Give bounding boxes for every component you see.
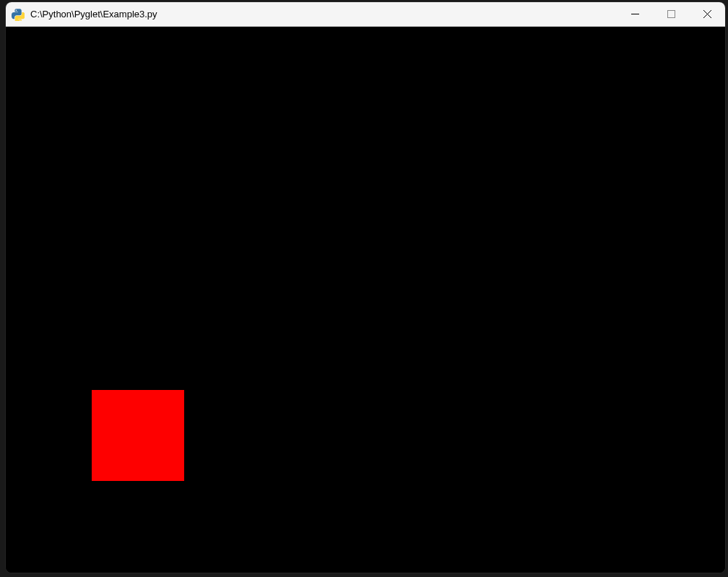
close-button[interactable] xyxy=(689,2,725,26)
python-app-icon xyxy=(12,8,25,21)
svg-rect-1 xyxy=(667,11,675,18)
titlebar[interactable]: C:\Python\Pyglet\Example3.py xyxy=(6,2,725,27)
pyglet-canvas[interactable] xyxy=(6,27,725,573)
window-title: C:\Python\Pyglet\Example3.py xyxy=(30,9,617,19)
red-rectangle xyxy=(92,390,184,481)
maximize-button[interactable] xyxy=(653,2,689,26)
minimize-button[interactable] xyxy=(617,2,653,26)
application-window: C:\Python\Pyglet\Example3.py xyxy=(6,2,725,573)
window-controls xyxy=(617,2,725,26)
